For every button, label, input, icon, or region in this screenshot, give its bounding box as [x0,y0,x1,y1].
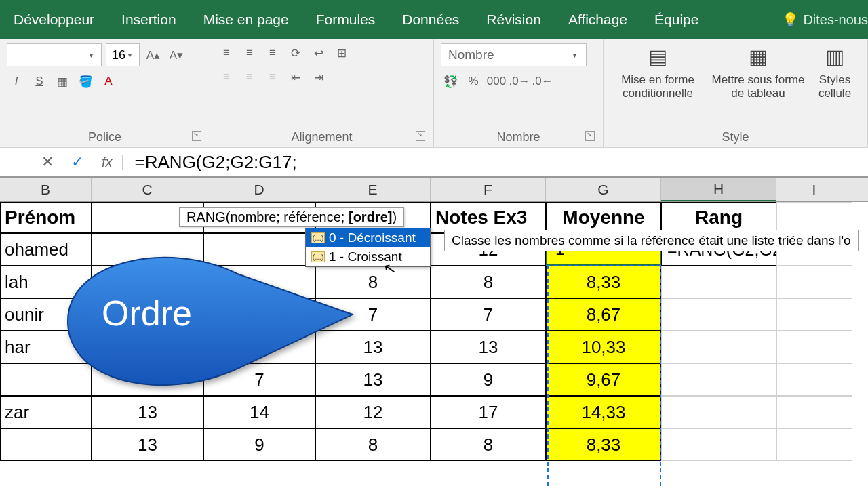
cell-row4-I[interactable] [776,298,852,331]
formula-bar: ✕ ✓ fx =RANG(G2;G2:G17; [0,148,868,178]
currency-icon[interactable]: 💱 [441,72,460,91]
align-center-icon[interactable]: ≡ [240,68,259,87]
format-as-table-button[interactable]: ▦ Mettre sous forme de tableau [711,43,806,101]
cell-row7-G[interactable]: 14,33 [546,396,661,428]
tab-formules[interactable]: Formules [316,12,376,28]
conditional-formatting-button[interactable]: ▤ Mise en forme conditionnelle [610,43,705,101]
cell-row8-B[interactable] [0,428,92,461]
align-right-icon[interactable]: ≡ [263,68,282,87]
cell-row8-D[interactable]: 9 [203,428,315,461]
cell-row4-F[interactable]: 7 [431,298,546,331]
col-header-G[interactable]: G [546,178,661,201]
font-color-button[interactable]: A [99,72,118,91]
cell-row8-I[interactable] [776,428,852,461]
col-header-H[interactable]: H [661,178,776,201]
tab-developpeur[interactable]: Développeur [14,12,94,28]
cell-row6-G[interactable]: 9,67 [546,363,661,396]
group-label-alignement: Alignement [217,126,427,144]
thousands-icon[interactable]: 000 [487,72,506,91]
cell-row5-H[interactable] [661,331,776,363]
table-format-icon: ▦ [745,43,772,70]
increase-indent-icon[interactable]: ⇥ [309,68,328,87]
cell-row5-I[interactable] [776,331,852,363]
cell-row7-F[interactable]: 17 [431,396,546,428]
cell-row8-H[interactable] [661,428,776,461]
align-left-icon[interactable]: ≡ [217,68,236,87]
align-bottom-icon[interactable]: ≡ [263,43,282,62]
number-format-combo[interactable]: Nombre ▾ [441,43,587,66]
increase-decimal-icon[interactable]: .0→ [510,72,529,91]
fill-color-button[interactable]: 🪣 [76,72,95,91]
column-headers: B C D E F G H I [0,178,868,202]
cancel-formula-button[interactable]: ✕ [33,153,62,171]
tab-affichage[interactable]: Affichage [568,12,627,28]
cell-row8-F[interactable]: 8 [431,428,546,461]
sig-suffix: ) [392,209,397,224]
merge-cells-icon[interactable]: ⊞ [332,43,351,62]
cell-row4-G[interactable]: 8,67 [546,298,661,331]
sig-prefix: RANG(nombre; référence; [186,209,349,224]
cell-row3-G[interactable]: 8,33 [546,266,661,298]
underline-button[interactable]: S [30,72,49,91]
tell-me-box[interactable]: 💡 Dites-nous [782,12,868,28]
wrap-text-icon[interactable]: ↩ [309,43,328,62]
formula-input[interactable]: =RANG(G2;G2:G17; [123,152,868,173]
header-moyenne[interactable]: Moyenne [546,202,661,233]
cell-styles-button[interactable]: ▥ Styles cellule [811,43,859,101]
cell-styles-label: Styles cellule [811,73,859,101]
italic-button[interactable]: I [7,72,26,91]
decrease-indent-icon[interactable]: ⇤ [286,68,305,87]
cell-row6-F[interactable]: 9 [431,363,546,396]
increase-font-icon[interactable]: A▴ [144,45,163,64]
dialog-launcher-icon[interactable] [416,131,425,141]
percent-icon[interactable]: % [464,72,483,91]
col-header-F[interactable]: F [431,178,546,201]
cell-row8-E[interactable]: 8 [315,428,431,461]
header-prenom[interactable]: Prénom [0,202,92,233]
cell-row5-G[interactable]: 10,33 [546,331,661,363]
dialog-launcher-icon[interactable] [585,131,595,141]
group-label-police: Police [7,126,203,144]
col-header-B[interactable]: B [0,178,92,201]
decrease-decimal-icon[interactable]: .0← [533,72,552,91]
cond-format-label: Mise en forme conditionnelle [610,73,705,101]
orientation-icon[interactable]: ⟳ [286,43,305,62]
cell-row6-H[interactable] [661,363,776,396]
worksheet[interactable]: Prénom Notes Ex1 Notes Ex3 Moyenne Rang … [0,202,868,461]
header-notes-ex3[interactable]: Notes Ex3 [431,202,546,233]
tab-revision[interactable]: Révision [486,12,541,28]
cell-row6-I[interactable] [776,363,852,396]
cell-row7-H[interactable] [661,396,776,428]
col-header-D[interactable]: D [203,178,315,201]
borders-button[interactable]: ▦ [53,72,72,91]
tab-insertion[interactable]: Insertion [121,12,176,28]
header-i[interactable] [776,202,852,233]
col-header-E[interactable]: E [315,178,431,201]
header-rang[interactable]: Rang [661,202,776,233]
cell-row5-F[interactable]: 13 [431,331,546,363]
cell-styles-icon: ▥ [821,43,848,70]
group-alignement: ≡ ≡ ≡ ⟳ ↩ ⊞ ≡ ≡ ≡ ⇤ ⇥ Alignement [210,39,434,147]
col-header-C[interactable]: C [92,178,203,201]
cell-row3-H[interactable] [661,266,776,298]
cell-row3-F[interactable]: 8 [431,266,546,298]
cell-row4-H[interactable] [661,298,776,331]
font-name-combo[interactable]: ▾ [7,43,102,66]
align-top-icon[interactable]: ≡ [217,43,236,62]
cell-row7-I[interactable] [776,396,852,428]
callout-text: Ordre [102,293,192,333]
dialog-launcher-icon[interactable] [192,131,201,141]
fx-icon[interactable]: fx [92,155,123,170]
cell-row3-I[interactable] [776,266,852,298]
tab-equipe[interactable]: Équipe [654,12,698,28]
col-header-I[interactable]: I [776,178,852,201]
font-size-combo[interactable]: 16▾ [106,43,140,66]
group-label-nombre: Nombre [441,126,596,144]
accept-formula-button[interactable]: ✓ [62,153,92,171]
cell-row8-G[interactable]: 8,33 [546,428,661,461]
tab-mise-en-page[interactable]: Mise en page [203,12,289,28]
align-middle-icon[interactable]: ≡ [240,43,259,62]
decrease-font-icon[interactable]: A▾ [167,45,186,64]
tab-donnees[interactable]: Données [402,12,459,28]
cell-row8-C[interactable]: 13 [92,428,203,461]
